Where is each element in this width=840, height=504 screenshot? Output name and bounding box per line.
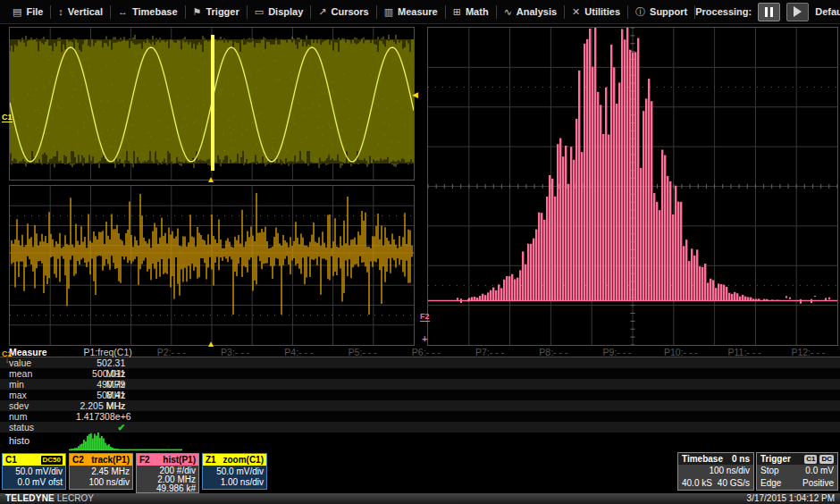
measure-cell (458, 368, 522, 379)
display-area (0, 24, 840, 347)
measure-row-label: num (0, 411, 76, 422)
measure-cell (267, 411, 331, 422)
menu-item-math[interactable]: ⊞Math (446, 0, 496, 24)
measure-cell (331, 379, 394, 390)
default-label: Default: (815, 6, 840, 17)
measure-cell (331, 368, 394, 379)
measure-cell (331, 357, 394, 368)
processing-label: Processing: (695, 6, 752, 17)
channel-function: hist(P1) (163, 454, 196, 466)
measure-cell (267, 368, 331, 379)
measure-cell (139, 368, 203, 379)
measure-header-row: MeasureP1:freq(C1)P2:- - -P3:- - -P4:- -… (0, 347, 840, 357)
f2-histogram-panel[interactable] (427, 27, 838, 346)
measure-cell (777, 368, 840, 379)
measure-cell (204, 390, 267, 400)
trigger-position-marker-top[interactable]: ▲ (206, 175, 215, 184)
trigger-icon: ⚑ (193, 6, 202, 18)
menu-item-label: Trigger (206, 6, 239, 17)
histo-preview[interactable] (69, 433, 185, 451)
play-icon (794, 6, 802, 17)
measure-cell (585, 411, 649, 422)
measure-cell (713, 411, 777, 422)
datetime: 3/17/2015 1:04:12 PM (747, 493, 835, 504)
menu-item-analysis[interactable]: ∿Analysis (497, 0, 564, 24)
measure-column-p6[interactable]: P6:- - - (394, 347, 458, 357)
measure-row-min: min490.79 MHz (0, 379, 840, 390)
measure-cell (204, 357, 267, 368)
channel-box-f2[interactable]: F2hist(P1)200 #/div2.00 MHz49.986 k# (136, 453, 199, 493)
measure-column-p10[interactable]: P10:- - - (649, 347, 712, 357)
measure-cell (777, 379, 840, 390)
measure-cell (394, 422, 458, 433)
measure-cell (204, 400, 267, 411)
menu-item-measure[interactable]: ▥Measure (377, 0, 445, 24)
menu-item-cursors[interactable]: ↗Cursors (311, 0, 375, 24)
pause-button[interactable] (758, 3, 780, 21)
menu-item-timebase[interactable]: ↔Timebase (111, 0, 185, 24)
measure-cell (458, 422, 522, 433)
channel-function: track(P1) (91, 454, 130, 466)
channel-box-c2[interactable]: C2track(P1)2.45 MHz100 ns/div (69, 453, 133, 490)
channel-setting: 0.0 mV ofst (5, 477, 63, 488)
measure-cell (522, 411, 585, 422)
trigger-box[interactable]: Trigger C1 DC Stop 0.0 mV Edge Positive (756, 452, 838, 491)
histo-label: histo (9, 435, 29, 446)
measure-column-p8[interactable]: P8:- - - (522, 347, 585, 357)
menu-item-support[interactable]: ⓘSupport (628, 0, 694, 24)
timebase-rate: 40 GS/s (718, 477, 750, 490)
measure-cell (522, 357, 585, 368)
menu-item-file[interactable]: ▤File (5, 0, 50, 24)
channel-box-z1[interactable]: Z1zoom(C1)50.0 mV/div1.00 ns/div (202, 453, 267, 490)
c1-trace-label[interactable]: C1 (2, 113, 13, 122)
c1-waveform-panel[interactable] (9, 27, 415, 181)
trigger-source-badge: C1 (804, 455, 817, 464)
status-bar: TELEDYNE LECROY 3/17/2015 1:04:12 PM (0, 493, 840, 504)
measure-cell (649, 411, 712, 422)
measure-column-p7[interactable]: P7:- - - (458, 347, 522, 357)
measure-cell (522, 368, 585, 379)
menu-item-utilities[interactable]: ✕Utilities (565, 0, 627, 24)
menu-item-trigger[interactable]: ⚑Trigger (186, 0, 247, 24)
measure-cell: 502.31 MHz (76, 357, 139, 368)
measure-cell (204, 422, 267, 433)
timebase-box[interactable]: Timebase 0 ns 100 ns/div 40.0 kS 40 GS/s (677, 452, 754, 491)
play-button[interactable] (786, 3, 809, 21)
measure-cell (139, 390, 203, 400)
measure-row-label: min (0, 379, 76, 390)
trigger-position-marker-bottom[interactable]: ▲ (206, 340, 215, 349)
menu-item-label: Measure (398, 6, 438, 17)
channel-id: F2 (139, 454, 150, 466)
menu-item-label: File (26, 6, 43, 17)
c1-level-marker[interactable]: ◀ (412, 90, 418, 99)
channel-setting: 1.00 ns/div (206, 477, 264, 488)
menu-item-display[interactable]: ▭Display (248, 0, 311, 24)
measure-column-p12[interactable]: P12:- - - (777, 347, 840, 357)
channel-box-c1[interactable]: C1DC5050.0 mV/div0.0 mV ofst (2, 453, 66, 490)
measure-column-p2[interactable]: P2:- - - (139, 347, 203, 357)
measure-cell (394, 390, 458, 400)
measure-cell (585, 390, 649, 400)
measure-cell (267, 357, 331, 368)
measure-column-p1[interactable]: P1:freq(C1) (76, 347, 139, 357)
menu-item-vertical[interactable]: ↕Vertical (51, 0, 110, 24)
measure-cell (649, 422, 712, 433)
measure-cell (713, 368, 777, 379)
f2-trace-label[interactable]: F2 (420, 312, 430, 322)
c2-trace-label[interactable]: C2 ↓ (2, 351, 13, 364)
measure-cell (267, 400, 331, 411)
measure-row-value: value502.31 MHz (0, 357, 840, 368)
c2-track-panel[interactable] (9, 185, 415, 346)
measure-cell (713, 422, 777, 433)
measure-column-p11[interactable]: P11:- - - (713, 347, 777, 357)
measure-cell (777, 390, 840, 400)
measure-column-p9[interactable]: P9:- - - (585, 347, 649, 357)
measure-row-num: num1.417308e+6 (0, 411, 840, 422)
channel-id: C1 (5, 454, 17, 466)
support-icon: ⓘ (635, 5, 645, 19)
measure-column-p5[interactable]: P5:- - - (331, 347, 394, 357)
measure-column-p4[interactable]: P4:- - - (267, 347, 331, 357)
measure-cell (394, 368, 458, 379)
trigger-level: 0.0 mV (805, 465, 834, 477)
measure-cell (331, 422, 394, 433)
